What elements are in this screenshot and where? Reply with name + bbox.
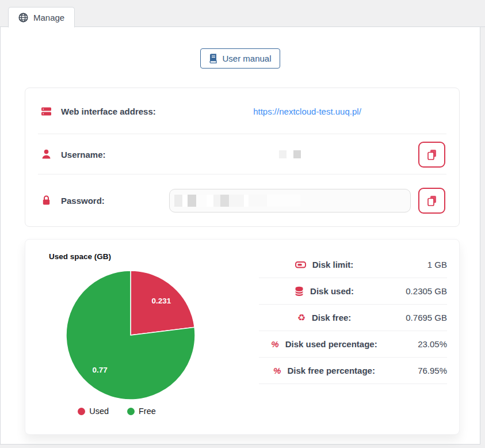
copy-icon — [426, 149, 437, 161]
pie-chart: 0.2310.77 — [63, 267, 198, 403]
stat-value: 1 GB — [389, 260, 447, 269]
server-icon — [39, 107, 53, 116]
hdd-icon — [295, 260, 306, 269]
book-icon — [209, 54, 217, 63]
copy-username-button[interactable] — [418, 142, 445, 168]
stat-label: Disk limit: — [312, 260, 354, 269]
chart-column: Used space (GB) 0.2310.77 Used Free — [25, 240, 253, 434]
stat-label: Disk used: — [310, 286, 354, 296]
legend-item-free: Free — [127, 407, 156, 416]
legend-label: Free — [139, 407, 156, 416]
password-input[interactable] — [169, 189, 411, 212]
username-label: Username: — [61, 150, 169, 160]
stat-row-disk-used-percentage: % Disk used percentage: 23.05% — [259, 331, 447, 358]
chart-title: Used space (GB) — [49, 252, 253, 261]
legend-item-used: Used — [78, 407, 109, 416]
user-manual-button[interactable]: User manual — [200, 48, 280, 69]
lock-icon — [39, 195, 53, 206]
web-address-link[interactable]: https://nextcloud-test.uuq.pl/ — [253, 107, 361, 116]
stat-row-disk-free-percentage: % Disk free percentage: 76.95% — [259, 358, 447, 384]
tab-label: Manage — [33, 13, 64, 22]
username-masked-value — [279, 150, 301, 158]
web-address-label: Web interface address: — [61, 107, 169, 116]
database-icon — [295, 286, 304, 297]
legend-dot — [78, 408, 85, 415]
stat-label: Disk free percentage: — [287, 366, 375, 375]
copy-password-button[interactable] — [418, 188, 445, 214]
percent-icon: % — [271, 340, 278, 348]
user-manual-label: User manual — [222, 54, 271, 63]
legend-dot — [127, 408, 135, 415]
disk-usage-card: Used space (GB) 0.2310.77 Used Free — [25, 239, 460, 435]
chart-legend: Used Free — [49, 407, 185, 416]
password-label: Password: — [61, 196, 169, 206]
user-icon — [39, 149, 53, 160]
legend-label: Used — [89, 407, 109, 416]
manage-panel: User manual Web interface address: https… — [0, 27, 480, 445]
stat-row-disk-free: ♻ Disk free: 0.7695 GB — [259, 305, 447, 331]
stat-value: 0.2305 GB — [389, 286, 447, 296]
web-address-row: Web interface address: https://nextcloud… — [25, 88, 459, 134]
stat-value: 23.05% — [389, 339, 447, 349]
stats-column: Disk limit: 1 GB Disk used: — [253, 240, 459, 434]
tab-manage[interactable]: Manage — [8, 7, 75, 28]
svg-text:0.77: 0.77 — [92, 366, 107, 374]
svg-text:0.231: 0.231 — [152, 297, 171, 305]
account-info-card: Web interface address: https://nextcloud… — [25, 88, 460, 227]
stat-label: Disk used percentage: — [285, 339, 377, 349]
stat-row-disk-used: Disk used: 0.2305 GB — [259, 278, 447, 305]
password-row: Password: — [25, 174, 459, 226]
username-row: Username: — [25, 134, 459, 174]
tab-bar: Manage — [0, 0, 485, 27]
recycle-icon: ♻ — [297, 313, 305, 322]
copy-icon — [426, 195, 437, 207]
stat-value: 76.95% — [389, 366, 447, 375]
globe-icon — [18, 13, 28, 22]
stat-label: Disk free: — [312, 313, 351, 322]
stat-row-disk-limit: Disk limit: 1 GB — [259, 252, 447, 278]
percent-icon: % — [273, 366, 281, 375]
stat-value: 0.7695 GB — [389, 313, 447, 322]
